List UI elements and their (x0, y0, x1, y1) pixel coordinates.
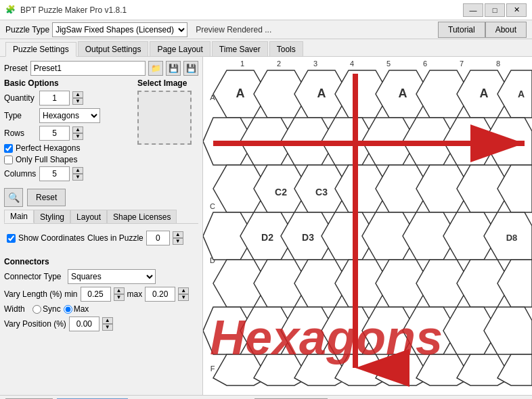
connector-type-select[interactable]: Squares Rounded None (68, 269, 156, 284)
about-button[interactable]: About (485, 22, 527, 38)
basic-options-label: Basic Options (4, 78, 133, 88)
main-content: Preset 📁 💾 💾 Basic Options Quantity ▲ ▼ (0, 57, 532, 395)
inner-tab-layout[interactable]: Layout (70, 210, 107, 223)
clues-label: Clues in Puzzle (87, 233, 143, 243)
bottom-bar: Create Next Preview Save Preview Preview… (0, 395, 532, 399)
vary-length-min-down[interactable]: ▼ (114, 294, 125, 301)
vary-length-max-down[interactable]: ▼ (178, 294, 189, 301)
vary-position-label: Vary Position (%) (4, 319, 66, 329)
select-image-label: Select Image (137, 78, 198, 88)
inner-tab-styling[interactable]: Styling (34, 210, 70, 223)
clues-down[interactable]: ▼ (173, 238, 183, 245)
main-tab-bar: Puzzle Settings Output Settings Page Lay… (0, 39, 532, 57)
max-radio-label: Max (64, 304, 89, 314)
reset-button[interactable]: CreateReset (27, 189, 66, 206)
columns-input[interactable] (39, 166, 70, 181)
tab-page-layout[interactable]: Page Layout (150, 41, 210, 56)
vary-position-input[interactable] (69, 316, 99, 331)
preset-saveas-button[interactable]: 💾 (183, 61, 198, 76)
window-controls: — □ ✕ (463, 3, 527, 17)
only-full-shapes-row: Only Full Shapes (4, 155, 133, 164)
perfect-hexagons-row: Perfect Hexagons (4, 143, 133, 153)
search-button[interactable]: 🔍 (4, 188, 23, 207)
connector-type-label: Connector Type (4, 272, 65, 281)
title-bar: 🧩 BPT Puzzle Maker Pro v1.8.1 — □ ✕ (0, 0, 532, 20)
inner-tab-main[interactable]: Main (4, 210, 34, 223)
preset-label: Preset (4, 64, 28, 73)
preset-folder-button[interactable]: 📁 (148, 61, 163, 76)
image-placeholder (137, 91, 192, 145)
vary-position-row: Vary Position (%) ▲ ▼ (4, 316, 198, 331)
preset-save-button[interactable]: 💾 (166, 61, 181, 76)
columns-up[interactable]: ▲ (72, 167, 83, 174)
menu-bar: Puzzle Type JigSaw Fixed Shapes (License… (0, 20, 532, 39)
clues-spinner: ▲ ▼ (173, 231, 183, 245)
show-coordinates-row: Show Coordinates Clues in Puzzle ▲ ▼ (7, 231, 196, 245)
columns-down[interactable]: ▼ (72, 174, 83, 181)
tutorial-button[interactable]: Tutorial (438, 22, 485, 38)
quantity-down[interactable]: ▼ (72, 98, 83, 105)
width-label: Width (4, 304, 30, 314)
vary-position-spinner: ▲ ▼ (102, 317, 113, 331)
tab-time-saver[interactable]: Time Saver (212, 41, 268, 56)
svg-text:F: F (210, 365, 215, 373)
vary-length-min-up[interactable]: ▲ (114, 287, 125, 294)
vary-length-label: Vary Length (%) min (4, 289, 78, 299)
svg-text:A: A (236, 87, 245, 100)
close-button[interactable]: ✕ (506, 3, 527, 17)
vary-length-max-input[interactable] (145, 287, 175, 302)
svg-text:6: 6 (423, 60, 427, 68)
svg-text:7: 7 (460, 60, 464, 68)
connectors-section: Connectors Connector Type Squares Rounde… (4, 257, 198, 334)
columns-label: Columns (4, 169, 37, 179)
select-image-section: Select Image (137, 78, 198, 184)
columns-spinner: ▲ ▼ (72, 167, 83, 181)
tab-output-settings[interactable]: Output Settings (78, 41, 149, 56)
perfect-hexagons-checkbox[interactable] (4, 144, 13, 153)
svg-text:1: 1 (240, 60, 244, 68)
type-label: Type (4, 111, 37, 120)
rows-up[interactable]: ▲ (72, 126, 83, 133)
preview-status: Preview Rendered ... (196, 25, 438, 34)
quantity-input[interactable] (39, 91, 70, 105)
vary-position-down[interactable]: ▼ (102, 324, 113, 331)
puzzle-type-label: Puzzle Type (5, 25, 49, 34)
basic-options-section: Basic Options Quantity ▲ ▼ Type Hexagons… (4, 78, 133, 184)
vary-length-max-spinner: ▲ ▼ (178, 287, 189, 301)
connector-type-row: Connector Type Squares Rounded None (4, 269, 198, 284)
clues-up[interactable]: ▲ (173, 231, 183, 238)
perfect-hexagons-label: Perfect Hexagons (16, 143, 80, 153)
vary-length-max-up[interactable]: ▲ (178, 287, 189, 294)
puzzle-type-select[interactable]: JigSaw Fixed Shapes (Licensed) (52, 22, 187, 37)
inner-tab-shape-licenses[interactable]: Shape Licenses (107, 210, 177, 223)
vary-position-up[interactable]: ▲ (102, 317, 113, 324)
max-radio[interactable] (64, 305, 72, 314)
width-row: Width Sync Max (4, 304, 198, 314)
tab-tools[interactable]: Tools (269, 41, 303, 56)
svg-text:4: 4 (350, 60, 354, 68)
tab-puzzle-settings[interactable]: Puzzle Settings (5, 42, 76, 57)
vary-length-min-input[interactable] (81, 287, 111, 302)
clues-input[interactable] (146, 231, 170, 245)
vary-length-row: Vary Length (%) min ▲ ▼ max ▲ ▼ (4, 287, 198, 302)
sync-radio[interactable] (32, 305, 41, 314)
svg-text:3: 3 (313, 60, 317, 68)
type-select[interactable]: Hexagons Squares Triangles (39, 108, 100, 123)
preset-input[interactable] (30, 61, 146, 76)
only-full-shapes-label: Only Full Shapes (16, 155, 77, 164)
minimize-button[interactable]: — (463, 3, 483, 17)
search-reset-row: 🔍 CreateReset (4, 188, 198, 207)
maximize-button[interactable]: □ (485, 3, 505, 17)
show-coordinates-checkbox[interactable] (7, 234, 16, 243)
right-panel: 1 2 3 4 5 6 7 8 A B C D E F (203, 57, 532, 395)
quantity-up[interactable]: ▲ (72, 91, 83, 98)
rows-input[interactable] (39, 126, 70, 141)
only-full-shapes-checkbox[interactable] (4, 156, 13, 164)
svg-text:8: 8 (496, 60, 500, 68)
sync-radio-label: Sync (32, 304, 61, 314)
svg-text:Hexagons: Hexagons (210, 310, 443, 365)
options-image-row: Basic Options Quantity ▲ ▼ Type Hexagons… (4, 78, 198, 184)
show-coordinates-label: Show Coordinates (18, 233, 85, 243)
inner-tab-bar: Main Styling Layout Shape Licenses (4, 210, 198, 224)
rows-down[interactable]: ▼ (72, 133, 83, 140)
